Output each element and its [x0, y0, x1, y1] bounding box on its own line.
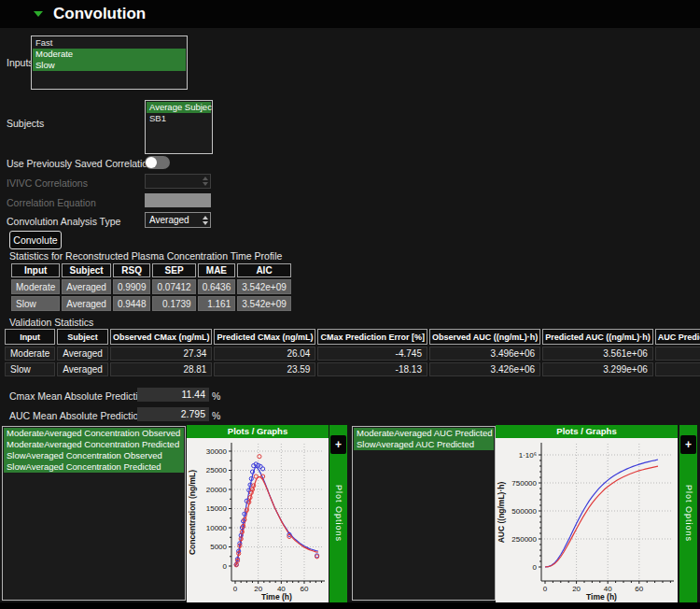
cell: 27.34 [110, 347, 213, 361]
legend-item[interactable]: ModerateAveraged Concentration Observed [4, 428, 184, 439]
plot-options-label: Plot Options [684, 485, 693, 542]
cell: -4.745 [317, 347, 427, 361]
cell: 3.542e+09 [237, 279, 291, 294]
svg-text:25000: 25000 [206, 466, 228, 474]
col-header: AUC Prediction Error [%] [655, 329, 700, 345]
svg-text:20: 20 [572, 585, 581, 593]
cell: 1.855 [655, 347, 700, 361]
svg-text:Concentration (ng/mL): Concentration (ng/mL) [188, 470, 197, 555]
table-header-row: Input Subject Observed CMax (ng/mL) Pred… [5, 329, 700, 345]
ivivc-correlations-select [145, 174, 211, 189]
cell: 0.07412 [152, 279, 195, 294]
cell: 0.6436 [198, 279, 236, 294]
use-saved-correlation-toggle[interactable] [145, 156, 170, 169]
analysis-type-select[interactable]: Averaged [145, 212, 211, 228]
cell: 0.9448 [113, 296, 151, 311]
cell: Moderate [5, 347, 55, 361]
auc-plot-panel: Plots / Graphs 0204060025000050000075000… [496, 425, 678, 602]
svg-text:15000: 15000 [206, 504, 228, 513]
cmax-mape-unit: % [212, 390, 220, 402]
auc-mape-field: 2.795 [137, 407, 209, 421]
list-item-average-subject[interactable]: Average Subject [147, 102, 211, 113]
correlation-equation-field [145, 193, 211, 207]
cell: Averaged [57, 347, 108, 361]
convolute-button[interactable]: Convolute [9, 231, 62, 249]
cell: 23.59 [214, 362, 315, 376]
add-plot-button[interactable]: + [330, 435, 346, 454]
svg-text:0: 0 [223, 562, 228, 571]
concentration-plot: 0204060050001000015000200002500030000Tim… [187, 438, 329, 602]
svg-text:60: 60 [635, 585, 643, 593]
cell: 0.1739 [152, 296, 195, 311]
table-row: Slow Averaged 0.9448 0.1739 1.161 3.542e… [11, 296, 291, 311]
svg-text:AUC ((ng/mL)·h): AUC ((ng/mL)·h) [497, 482, 506, 544]
auc-mape-unit: % [212, 410, 220, 421]
inputs-label: Inputs [7, 57, 34, 68]
svg-text:30000: 30000 [206, 447, 228, 456]
auc-plot: 020406002500005000007500001·10⁶Time (h)A… [496, 438, 678, 602]
list-item-sb1[interactable]: SB1 [147, 113, 211, 124]
plot-options-label: Plot Options [334, 485, 343, 542]
analysis-type-value: Averaged [146, 215, 200, 225]
cell: 26.04 [214, 347, 315, 361]
col-header: Subject [62, 263, 111, 277]
ivivc-correlations-label: IVIVC Correlations [7, 177, 88, 189]
col-header: CMax Prediction Error [%] [317, 329, 427, 345]
svg-text:500000: 500000 [511, 507, 537, 516]
correlation-equation-label: Correlation Equation [7, 197, 96, 208]
list-item-slow[interactable]: Slow [33, 60, 186, 71]
add-plot-button[interactable]: + [680, 435, 696, 454]
stats-caption: Statistics for Reconstructed Plasma Conc… [9, 250, 282, 262]
cell: 0.9909 [113, 279, 151, 294]
legend-item[interactable]: SlowAveraged AUC Predicted [354, 439, 494, 450]
inputs-listbox: Fast Moderate Slow [31, 35, 188, 90]
col-header: AIC [237, 263, 291, 277]
cell: -18.13 [317, 362, 427, 376]
col-header: RSQ [113, 263, 151, 277]
toggle-knob [146, 157, 157, 168]
plots-graphs-header: Plots / Graphs [187, 425, 329, 438]
col-header: Observed CMax (ng/mL) [110, 329, 213, 345]
concentration-plot-panel: Plots / Graphs 0204060050001000015000200… [187, 425, 329, 602]
spinner-icon [200, 176, 210, 187]
svg-text:250000: 250000 [511, 535, 537, 544]
cmax-mape-field: 11.44 [137, 388, 209, 402]
svg-text:0: 0 [543, 585, 548, 593]
legend-item[interactable]: SlowAveraged Concentration Observed [4, 450, 184, 461]
stats-table: Input Subject RSQ SEP MAE AIC Moderate A… [9, 262, 293, 313]
spinner-icon [200, 215, 210, 226]
legend-item[interactable]: ModerateAveraged Concentration Predicted [4, 439, 184, 450]
subjects-listbox: Average Subject SB1 [145, 100, 213, 154]
auc-legend-listbox: ModerateAveraged AUC Predicted SlowAvera… [352, 426, 496, 601]
concentration-legend-listbox: ModerateAveraged Concentration Observed … [2, 426, 186, 601]
cell: 3.496e+06 [429, 347, 540, 361]
col-header: SEP [152, 263, 195, 277]
col-header: Predicted CMax (ng/mL) [214, 329, 315, 345]
svg-text:Time (h): Time (h) [586, 592, 617, 602]
legend-item[interactable]: SlowAveraged Concentration Predicted [4, 461, 184, 473]
cell: Averaged [62, 296, 111, 311]
svg-text:5000: 5000 [210, 543, 227, 551]
cell: 3.561e+06 [542, 347, 653, 361]
svg-text:0: 0 [533, 563, 538, 572]
convolution-page: Convolution Inputs Fast Moderate Slow Su… [0, 0, 700, 609]
page-title: Convolution [53, 5, 146, 23]
svg-text:Time (h): Time (h) [261, 592, 292, 602]
cell: 1.161 [198, 296, 236, 311]
cell: -3.734 [655, 362, 700, 376]
plots-graphs-header: Plots / Graphs [496, 425, 678, 438]
list-item-fast[interactable]: Fast [33, 37, 186, 49]
cell: 28.81 [110, 362, 213, 376]
col-header: MAE [198, 263, 236, 277]
analysis-type-label: Convolution Analysis Type [7, 216, 120, 227]
list-item-moderate[interactable]: Moderate [33, 49, 186, 60]
table-row: Moderate Averaged 27.34 26.04 -4.745 3.4… [5, 347, 700, 361]
cell: Averaged [57, 362, 108, 376]
svg-text:20000: 20000 [206, 486, 228, 494]
legend-item[interactable]: ModerateAveraged AUC Predicted [354, 428, 494, 439]
svg-text:750000: 750000 [511, 479, 537, 488]
col-header: Input [11, 263, 60, 277]
cell: 3.299e+06 [542, 362, 653, 376]
use-saved-correlation-label: Use Previously Saved Correlation [7, 158, 153, 169]
collapse-triangle-icon[interactable] [34, 11, 43, 17]
